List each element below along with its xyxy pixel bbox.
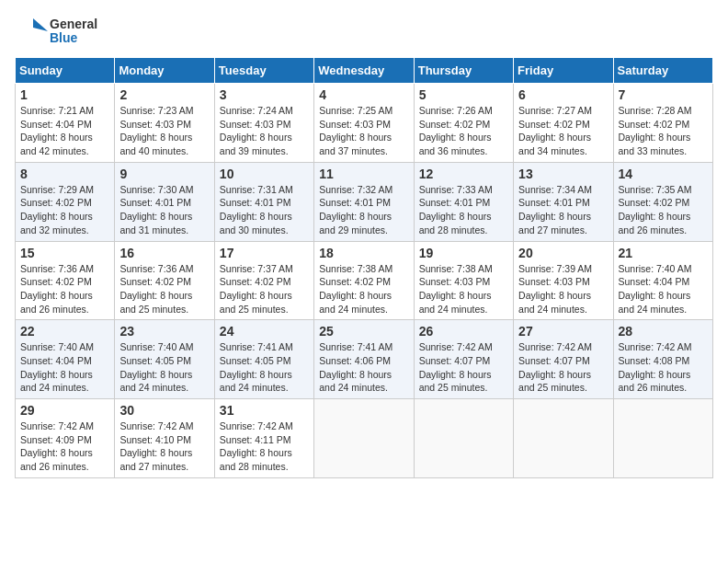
calendar-cell: 17 Sunrise: 7:37 AM Sunset: 4:02 PM Dayl… (214, 241, 313, 320)
day-number: 21 (619, 246, 708, 260)
day-number: 13 (518, 167, 608, 181)
calendar-cell: 29 Sunrise: 7:42 AM Sunset: 4:09 PM Dayl… (16, 399, 115, 478)
day-number: 31 (220, 403, 309, 418)
calendar-table: SundayMondayTuesdayWednesdayThursdayFrid… (15, 57, 713, 478)
logo-text: General Blue (50, 17, 97, 46)
day-number: 9 (119, 167, 209, 181)
calendar-cell: 26 Sunrise: 7:42 AM Sunset: 4:07 PM Dayl… (414, 320, 513, 399)
day-number: 18 (319, 246, 408, 260)
day-info: Sunrise: 7:30 AM Sunset: 4:01 PM Dayligh… (119, 183, 209, 237)
day-info: Sunrise: 7:34 AM Sunset: 4:01 PM Dayligh… (518, 183, 608, 237)
calendar-cell: 13 Sunrise: 7:34 AM Sunset: 4:01 PM Dayl… (514, 162, 613, 241)
calendar-cell: 21 Sunrise: 7:40 AM Sunset: 4:04 PM Dayl… (613, 241, 712, 320)
day-info: Sunrise: 7:35 AM Sunset: 4:02 PM Dayligh… (619, 183, 708, 237)
day-number: 12 (419, 167, 508, 181)
weekday-header-tuesday: Tuesday (214, 58, 313, 84)
calendar-cell: 22 Sunrise: 7:40 AM Sunset: 4:04 PM Dayl… (16, 320, 115, 399)
calendar-cell: 8 Sunrise: 7:29 AM Sunset: 4:02 PM Dayli… (16, 162, 115, 241)
calendar-cell: 7 Sunrise: 7:28 AM Sunset: 4:02 PM Dayli… (613, 84, 712, 163)
day-number: 17 (220, 246, 309, 260)
day-info: Sunrise: 7:40 AM Sunset: 4:05 PM Dayligh… (119, 340, 209, 395)
calendar-cell: 19 Sunrise: 7:38 AM Sunset: 4:03 PM Dayl… (414, 241, 513, 320)
day-number: 27 (518, 324, 608, 339)
calendar-cell: 9 Sunrise: 7:30 AM Sunset: 4:01 PM Dayli… (115, 162, 214, 241)
day-info: Sunrise: 7:40 AM Sunset: 4:04 PM Dayligh… (20, 340, 109, 395)
day-number: 26 (419, 324, 508, 339)
day-info: Sunrise: 7:38 AM Sunset: 4:02 PM Dayligh… (319, 262, 408, 316)
day-number: 5 (419, 87, 508, 102)
calendar-cell: 16 Sunrise: 7:36 AM Sunset: 4:02 PM Dayl… (115, 241, 214, 320)
weekday-header-sunday: Sunday (16, 58, 115, 84)
day-number: 14 (619, 167, 708, 181)
day-number: 11 (319, 167, 408, 181)
calendar-cell: 10 Sunrise: 7:31 AM Sunset: 4:01 PM Dayl… (214, 162, 313, 241)
day-info: Sunrise: 7:23 AM Sunset: 4:03 PM Dayligh… (119, 104, 209, 158)
weekday-header-saturday: Saturday (613, 58, 712, 84)
day-info: Sunrise: 7:28 AM Sunset: 4:02 PM Dayligh… (619, 104, 708, 158)
day-info: Sunrise: 7:36 AM Sunset: 4:02 PM Dayligh… (20, 262, 109, 316)
day-info: Sunrise: 7:24 AM Sunset: 4:03 PM Dayligh… (220, 104, 309, 158)
calendar-cell (613, 399, 712, 478)
day-number: 28 (619, 324, 708, 339)
day-number: 8 (20, 167, 109, 181)
calendar-cell: 3 Sunrise: 7:24 AM Sunset: 4:03 PM Dayli… (214, 84, 313, 163)
calendar-cell: 5 Sunrise: 7:26 AM Sunset: 4:02 PM Dayli… (414, 84, 513, 163)
day-info: Sunrise: 7:27 AM Sunset: 4:02 PM Dayligh… (518, 104, 608, 158)
calendar-cell (514, 399, 613, 478)
day-number: 6 (518, 87, 608, 102)
day-number: 19 (419, 246, 508, 260)
weekday-header-friday: Friday (514, 58, 613, 84)
calendar-cell: 15 Sunrise: 7:36 AM Sunset: 4:02 PM Dayl… (16, 241, 115, 320)
day-number: 23 (119, 324, 209, 339)
logo-blue: Blue (50, 31, 97, 45)
calendar-week-row: 8 Sunrise: 7:29 AM Sunset: 4:02 PM Dayli… (16, 162, 713, 241)
calendar-cell: 18 Sunrise: 7:38 AM Sunset: 4:02 PM Dayl… (314, 241, 414, 320)
calendar-cell: 30 Sunrise: 7:42 AM Sunset: 4:10 PM Dayl… (115, 399, 214, 478)
calendar-cell: 6 Sunrise: 7:27 AM Sunset: 4:02 PM Dayli… (514, 84, 613, 163)
calendar-week-row: 22 Sunrise: 7:40 AM Sunset: 4:04 PM Dayl… (16, 320, 713, 399)
day-number: 15 (20, 246, 109, 260)
day-info: Sunrise: 7:26 AM Sunset: 4:02 PM Dayligh… (419, 104, 508, 158)
calendar-cell: 11 Sunrise: 7:32 AM Sunset: 4:01 PM Dayl… (314, 162, 414, 241)
day-info: Sunrise: 7:39 AM Sunset: 4:03 PM Dayligh… (518, 262, 608, 316)
day-info: Sunrise: 7:42 AM Sunset: 4:09 PM Dayligh… (20, 419, 109, 474)
day-info: Sunrise: 7:42 AM Sunset: 4:07 PM Dayligh… (518, 340, 608, 395)
day-info: Sunrise: 7:42 AM Sunset: 4:08 PM Dayligh… (619, 340, 708, 395)
calendar-cell: 23 Sunrise: 7:40 AM Sunset: 4:05 PM Dayl… (115, 320, 214, 399)
weekday-header-monday: Monday (115, 58, 214, 84)
weekday-header-wednesday: Wednesday (314, 58, 414, 84)
day-number: 1 (20, 87, 109, 102)
calendar-cell: 1 Sunrise: 7:21 AM Sunset: 4:04 PM Dayli… (16, 84, 115, 163)
day-info: Sunrise: 7:25 AM Sunset: 4:03 PM Dayligh… (319, 104, 408, 158)
logo: General Blue (15, 15, 97, 48)
day-info: Sunrise: 7:41 AM Sunset: 4:05 PM Dayligh… (220, 340, 309, 395)
logo-general: General (50, 17, 97, 31)
day-info: Sunrise: 7:41 AM Sunset: 4:06 PM Dayligh… (319, 340, 408, 395)
calendar-week-row: 15 Sunrise: 7:36 AM Sunset: 4:02 PM Dayl… (16, 241, 713, 320)
calendar-cell: 12 Sunrise: 7:33 AM Sunset: 4:01 PM Dayl… (414, 162, 513, 241)
day-info: Sunrise: 7:42 AM Sunset: 4:07 PM Dayligh… (419, 340, 508, 395)
day-info: Sunrise: 7:42 AM Sunset: 4:10 PM Dayligh… (119, 419, 209, 474)
day-info: Sunrise: 7:33 AM Sunset: 4:01 PM Dayligh… (419, 183, 508, 237)
day-info: Sunrise: 7:29 AM Sunset: 4:02 PM Dayligh… (20, 183, 109, 237)
calendar-cell: 31 Sunrise: 7:42 AM Sunset: 4:11 PM Dayl… (214, 399, 313, 478)
calendar-week-row: 1 Sunrise: 7:21 AM Sunset: 4:04 PM Dayli… (16, 84, 713, 163)
day-number: 29 (20, 403, 109, 418)
day-info: Sunrise: 7:37 AM Sunset: 4:02 PM Dayligh… (220, 262, 309, 316)
day-info: Sunrise: 7:36 AM Sunset: 4:02 PM Dayligh… (119, 262, 209, 316)
weekday-header-row: SundayMondayTuesdayWednesdayThursdayFrid… (16, 58, 713, 84)
calendar-cell (314, 399, 414, 478)
day-number: 3 (220, 87, 309, 102)
calendar-week-row: 29 Sunrise: 7:42 AM Sunset: 4:09 PM Dayl… (16, 399, 713, 478)
day-number: 30 (119, 403, 209, 418)
day-info: Sunrise: 7:38 AM Sunset: 4:03 PM Dayligh… (419, 262, 508, 316)
weekday-header-thursday: Thursday (414, 58, 513, 84)
calendar-cell: 24 Sunrise: 7:41 AM Sunset: 4:05 PM Dayl… (214, 320, 313, 399)
calendar-cell: 14 Sunrise: 7:35 AM Sunset: 4:02 PM Dayl… (613, 162, 712, 241)
calendar-cell: 25 Sunrise: 7:41 AM Sunset: 4:06 PM Dayl… (314, 320, 414, 399)
day-info: Sunrise: 7:21 AM Sunset: 4:04 PM Dayligh… (20, 104, 109, 158)
calendar-cell: 20 Sunrise: 7:39 AM Sunset: 4:03 PM Dayl… (514, 241, 613, 320)
day-info: Sunrise: 7:42 AM Sunset: 4:11 PM Dayligh… (220, 419, 309, 474)
logo-bird-icon (15, 15, 48, 48)
calendar-cell: 2 Sunrise: 7:23 AM Sunset: 4:03 PM Dayli… (115, 84, 214, 163)
